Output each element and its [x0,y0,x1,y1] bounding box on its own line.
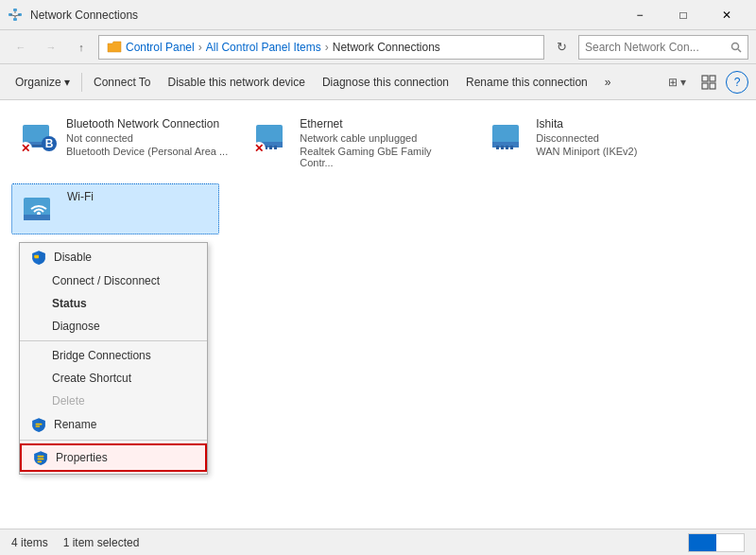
selected-count: 1 item selected [63,536,140,549]
status-bar: 4 items 1 item selected [0,529,756,555]
forward-button[interactable]: → [38,34,64,61]
error-icon-ethernet: ✕ [252,142,266,155]
shield-icon-properties [33,450,48,465]
ishita-name: Ishita [536,117,637,130]
ctx-properties[interactable]: Properties [20,443,207,472]
svg-rect-29 [501,146,504,149]
layout-button[interactable] [696,69,722,95]
breadcrumb-current: Network Connections [333,41,440,54]
svg-rect-28 [496,146,499,149]
context-menu: Disable Connect / Disconnect Status Diag… [19,242,208,475]
toolbar: Organize ▾ Connect To Disable this netwo… [0,64,756,100]
svg-rect-0 [13,9,17,11]
svg-rect-13 [710,83,715,89]
item-count: 4 items [11,536,48,549]
search-input[interactable] [585,41,727,54]
wifi-icon [20,190,58,228]
network-item-wifi[interactable]: Wi-Fi [11,183,219,234]
back-button[interactable]: ← [8,34,34,61]
bluetooth-name: Bluetooth Network Connection [66,117,228,130]
svg-rect-3 [13,18,17,21]
main-content: B ✕ Bluetooth Network Connection Not con… [0,100,756,529]
svg-line-9 [738,49,741,52]
ethernet-status: Network cable unplugged [300,132,464,144]
ethernet-name: Ethernet [300,117,464,130]
ethernet-icon: ✕ [252,117,290,155]
disable-network-button[interactable]: Disable this network device [161,68,313,96]
ctx-delete: Delete [20,390,207,412]
window-title: Network Connections [30,9,138,22]
breadcrumb-all-items[interactable]: All Control Panel Items [206,41,321,54]
title-bar: Network Connections − □ ✕ [0,0,756,30]
close-button[interactable]: ✕ [705,0,748,30]
ishita-type: WAN Miniport (IKEv2) [536,146,637,157]
ctx-separator-1 [20,340,207,341]
svg-rect-24 [274,146,277,149]
svg-rect-12 [702,83,708,89]
search-box[interactable] [578,35,748,60]
minimize-button[interactable]: − [618,0,662,30]
ctx-rename[interactable]: Rename [20,412,207,437]
folder-icon [107,40,122,55]
breadcrumb-bar: Control Panel › All Control Panel Items … [98,35,544,60]
ctx-create-shortcut[interactable]: Create Shortcut [20,367,207,390]
bluetooth-type: Bluetooth Device (Personal Area ... [66,146,228,157]
ctx-status[interactable]: Status [20,292,207,315]
svg-rect-38 [36,425,41,427]
more-button[interactable]: » [597,68,619,96]
organize-button[interactable]: Organize ▾ [8,68,77,96]
svg-rect-11 [710,76,715,81]
error-icon-bluetooth: ✕ [19,142,32,155]
svg-rect-41 [38,460,43,462]
shield-icon-disable [31,250,46,265]
ishita-icon [489,117,526,155]
svg-rect-34 [24,215,50,220]
diagnose-button[interactable]: Diagnose this connection [315,68,456,96]
svg-rect-39 [38,456,44,458]
wifi-name: Wi-Fi [67,190,94,203]
svg-rect-10 [702,76,708,81]
svg-rect-40 [38,459,44,460]
svg-rect-23 [269,146,272,149]
shield-icon-rename [31,417,46,432]
up-button[interactable]: ↑ [68,34,94,61]
svg-text:B: B [45,137,54,150]
title-bar-icon [8,8,23,23]
connect-to-button[interactable]: Connect To [86,68,159,96]
svg-point-8 [732,43,739,49]
bluetooth-icon: B ✕ [19,117,57,155]
breadcrumb-control-panel[interactable]: Control Panel [126,41,195,54]
ctx-separator-2 [20,440,207,441]
ishita-status: Disconnected [536,132,637,144]
svg-rect-31 [510,146,513,149]
search-icon [730,42,742,53]
svg-rect-26 [492,125,519,144]
ctx-disable[interactable]: Disable [20,245,207,269]
help-button[interactable]: ? [726,71,748,94]
ctx-diagnose[interactable]: Diagnose [20,315,207,338]
network-item-ethernet[interactable]: ✕ Ethernet Network cable unplugged Realt… [245,112,472,174]
svg-rect-37 [36,424,43,425]
ctx-bridge-connections[interactable]: Bridge Connections [20,344,207,367]
svg-rect-36 [34,255,39,257]
toolbar-separator-1 [81,73,82,92]
svg-rect-19 [256,125,283,144]
maximize-button[interactable]: □ [662,0,705,30]
ethernet-type: Realtek Gaming GbE Family Contr... [300,146,464,168]
rename-button[interactable]: Rename this connection [458,68,595,96]
network-item-bluetooth[interactable]: B ✕ Bluetooth Network Connection Not con… [11,112,235,174]
view-toggle[interactable] [688,533,745,552]
bluetooth-status: Not connected [66,132,228,144]
network-item-ishita[interactable]: Ishita Disconnected WAN Miniport (IKEv2) [481,112,689,174]
ctx-connect-disconnect[interactable]: Connect / Disconnect [20,269,207,292]
window-controls: − □ ✕ [618,0,748,30]
refresh-button[interactable]: ↻ [548,34,575,61]
svg-rect-30 [506,146,508,149]
view-button[interactable]: ⊞ ▾ [662,69,692,95]
address-bar: ← → ↑ Control Panel › All Control Panel … [0,30,756,64]
